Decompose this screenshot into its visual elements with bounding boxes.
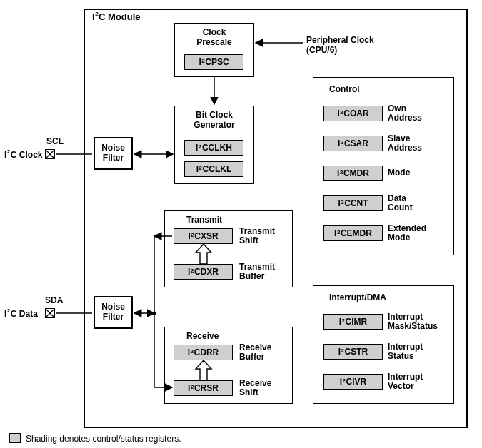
reg-interrupt-2: I2CIVR: [323, 374, 383, 390]
label-control-1: SlaveAddress: [388, 134, 422, 153]
reg-control-2: I2CMDR: [323, 166, 383, 181]
reg-control-3: I2CCNT: [323, 195, 383, 211]
reg-control-0: I2COAR: [323, 106, 383, 121]
reg-interrupt-0: I2CIMR: [323, 314, 383, 330]
label-interrupt-0: InterruptMask/Status: [388, 312, 438, 331]
diagram-canvas: I2C Module Peripheral Clock(CPU/6) Clock…: [0, 0, 482, 448]
reg-control-1: I2CSAR: [323, 136, 383, 151]
label-control-3: DataCount: [388, 194, 413, 213]
label-interrupt-1: InterruptStatus: [388, 342, 423, 361]
label-control-0: OwnAddress: [388, 104, 422, 123]
reg-control-4: I2CEMDR: [323, 225, 383, 241]
legend-text: Shading denotes control/status registers…: [26, 434, 181, 444]
label-control-4: ExtendedMode: [388, 224, 426, 243]
label-control-2: Mode: [388, 168, 410, 178]
legend-swatch: [9, 433, 21, 443]
svg-point-15: [153, 312, 156, 315]
label-interrupt-2: InterruptVector: [388, 372, 423, 391]
reg-interrupt-1: I2CSTR: [323, 344, 383, 360]
